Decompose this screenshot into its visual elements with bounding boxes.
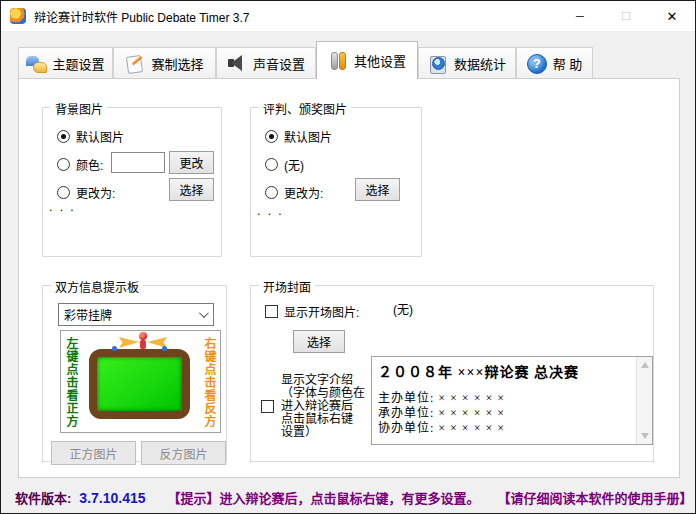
window-title: 辩论赛计时软件 Public Debate Timer 3.7 [34,8,249,25]
radio-label: 颜色: [76,156,103,173]
checkbox-icon[interactable] [265,305,278,318]
intro-line: 承办单位: × × × × × × [378,406,629,421]
intro-title-line: ２００８年 ×××辩论赛 总决赛 [378,361,629,381]
board-style-dropdown[interactable]: 彩带挂牌 [58,303,214,326]
vertical-scrollbar[interactable] [636,357,652,444]
radio-label: 更改为: [76,184,115,201]
select-background-button[interactable]: 选择 [169,178,214,201]
radio-color[interactable]: 颜色: [57,156,103,173]
intro-text-content: ２００８年 ×××辩论赛 总决赛 主办单位: × × × × × × 承办单位:… [372,357,635,444]
tab-other-settings[interactable]: 其他设置 [316,41,418,79]
radio-icon[interactable] [265,158,278,171]
maximize-button: ☐ [603,1,649,31]
tab-label: 数据统计 [454,54,506,73]
tab-theme-settings[interactable]: 主题设置 [18,47,113,79]
radio-change-to[interactable]: 更改为: [265,184,323,201]
right-click-hint: 右键点击看反方 [201,337,218,428]
scroll-down-icon[interactable] [641,433,649,439]
checkbox-label: 显示开场图片: [284,303,359,320]
radio-label: 更改为: [284,184,323,201]
other-settings-panel: 背景图片 默认图片 颜色: 更改 更改为: 选择 . . . 评判、颁奖图片 [18,78,680,478]
group-title: 评判、颁奖图片 [259,100,351,117]
con-image-button[interactable]: 反方图片 [141,441,226,465]
radio-icon[interactable] [57,158,70,171]
radio-change-to[interactable]: 更改为: [57,184,115,201]
tab-label: 赛制选择 [151,54,203,73]
pro-image-button[interactable]: 正方图片 [51,441,136,465]
chevron-down-icon [199,308,209,318]
radio-default-image[interactable]: 默认图片 [265,128,332,145]
intro-text-box[interactable]: ２００８年 ×××辩论赛 总决赛 主办单位: × × × × × × 承办单位:… [371,356,653,445]
opening-image-value: (无) [393,300,413,317]
background-image-group: 背景图片 默认图片 颜色: 更改 更改为: 选择 . . . [42,107,222,257]
select-cover-button[interactable]: 选择 [293,330,345,353]
info-board-group: 双方信息提示板 彩带挂牌 左键点击看正方 右键点击看反方 正方图片 反方图片 [42,285,227,462]
app-icon [10,8,26,24]
checkbox-icon[interactable] [261,400,274,413]
chat-bubbles-icon [26,54,46,74]
ellipsis-text: . . . [257,204,284,218]
color-value-field[interactable] [111,152,165,173]
board-preview: 左键点击看正方 右键点击看反方 [60,330,221,433]
radio-none[interactable]: (无) [265,156,304,173]
status-tip: 【提示】进入辩论赛后，点击鼠标右键，有更多设置。 [168,488,480,507]
radio-default-image[interactable]: 默认图片 [57,128,124,145]
scroll-up-icon[interactable] [641,362,649,368]
group-title: 背景图片 [51,100,107,117]
window-controls: ─ ☐ ✕ [557,1,695,31]
document-pencil-icon [125,54,145,74]
show-opening-image-checkbox-row[interactable]: 显示开场图片: [265,303,359,320]
title-bar: 辩论赛计时软件 Public Debate Timer 3.7 ─ ☐ ✕ [1,1,695,31]
group-title: 开场封面 [259,278,315,295]
tab-label: 其他设置 [354,51,406,70]
minimize-button[interactable]: ─ [557,1,603,31]
left-click-hint: 左键点击看正方 [63,337,80,428]
tab-label: 声音设置 [253,54,305,73]
show-text-intro-label: 显示文字介绍 （字体与颜色在 进入辩论赛后 点击鼠标右键 设置） [281,374,381,439]
intro-line: 协办单位: × × × × × × [378,421,629,436]
none-value: (无) [393,300,413,317]
tools-icon [328,51,348,71]
status-manual-note: 【请仔细阅读本软件的使用手册】 [498,488,693,507]
intro-line: 主办单位: × × × × × × [378,391,629,406]
radio-icon[interactable] [57,186,70,199]
opening-cover-group: 开场封面 显示开场图片: (无) 选择 显示文字介绍 （字体与颜色在 进入辩论赛… [250,285,654,462]
radio-icon[interactable] [265,186,278,199]
radio-label: 默认图片 [284,128,332,145]
radio-icon[interactable] [265,130,278,143]
show-text-intro-checkbox[interactable] [261,400,274,413]
clock-document-icon [428,54,448,74]
radio-icon[interactable] [57,130,70,143]
status-bar: 软件版本: 3.7.10.415 【提示】进入辩论赛后，点击鼠标右键，有更多设置… [1,481,695,514]
tab-label: 帮 助 [553,54,583,73]
speaker-icon [227,54,247,74]
app-window: 辩论赛计时软件 Public Debate Timer 3.7 ─ ☐ ✕ 主题… [0,0,696,514]
change-color-button[interactable]: 更改 [169,151,214,174]
tab-label: 主题设置 [52,54,104,73]
radio-label: 默认图片 [76,128,124,145]
select-award-button[interactable]: 选择 [355,178,400,201]
label-line: 设置） [281,426,381,439]
version-value: 3.7.10.415 [79,490,145,506]
radio-label: (无) [284,156,304,173]
tab-format-selection[interactable]: 赛制选择 [113,47,216,79]
version-label: 软件版本: [15,488,71,507]
help-icon [527,54,547,74]
tab-data-statistics[interactable]: 数据统计 [418,47,516,79]
green-board-image [89,349,190,419]
close-button[interactable]: ✕ [649,1,695,31]
award-image-group: 评判、颁奖图片 默认图片 (无) 更改为: 选择 . . . [250,107,422,257]
group-title: 双方信息提示板 [51,278,143,295]
tab-help[interactable]: 帮 助 [516,47,593,79]
dropdown-value: 彩带挂牌 [64,306,112,323]
ellipsis-text: . . . [49,200,76,214]
tab-sound-settings[interactable]: 声音设置 [216,47,316,79]
